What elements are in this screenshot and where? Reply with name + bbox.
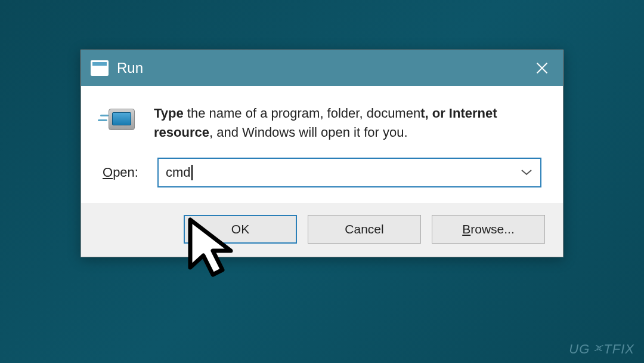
command-input-value: cmd	[166, 165, 191, 180]
ok-button-label: OK	[231, 222, 249, 236]
input-row: Open: cmd	[103, 158, 541, 187]
run-title-icon	[91, 60, 109, 76]
run-program-icon	[103, 104, 140, 137]
cancel-button[interactable]: Cancel	[308, 215, 421, 244]
titlebar[interactable]: Run	[81, 50, 563, 86]
text-cursor	[191, 165, 193, 180]
button-bar: OK Cancel Browse...	[81, 203, 563, 257]
command-combobox[interactable]: cmd	[157, 158, 541, 187]
dialog-title: Run	[117, 60, 143, 76]
watermark: UG⪤TFIX	[569, 342, 634, 357]
close-button[interactable]	[521, 50, 563, 86]
open-label: Open:	[103, 165, 145, 180]
ok-button[interactable]: OK	[184, 215, 297, 244]
instruction-row: Type the name of a program, folder, docu…	[103, 104, 541, 142]
dialog-body: Type the name of a program, folder, docu…	[81, 86, 563, 203]
browse-button-label: Browse...	[462, 222, 515, 236]
run-dialog: Run Type the name of a program, folder, …	[80, 50, 564, 257]
instruction-text: Type the name of a program, folder, docu…	[154, 104, 541, 142]
close-icon	[536, 62, 548, 74]
browse-button[interactable]: Browse...	[432, 215, 545, 244]
cancel-button-label: Cancel	[345, 222, 383, 236]
chevron-down-icon[interactable]	[521, 170, 532, 176]
